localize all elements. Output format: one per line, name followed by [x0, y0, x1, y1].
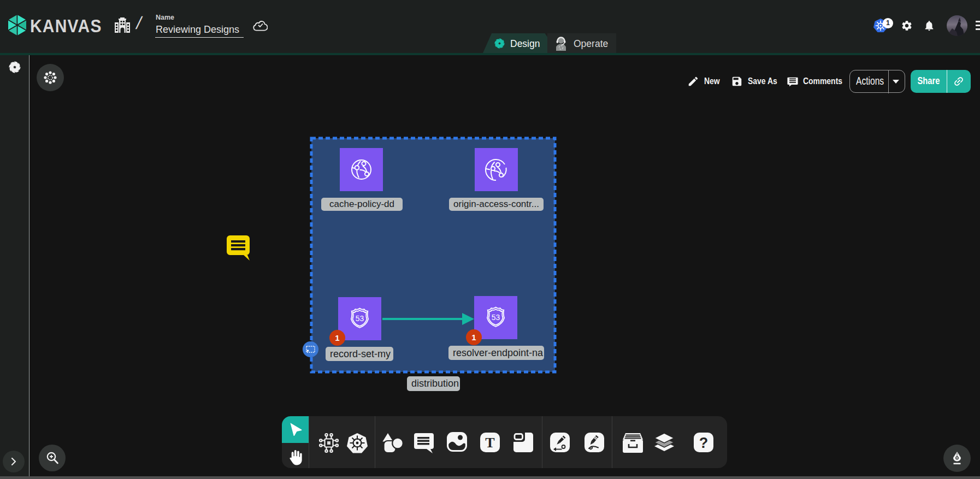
svg-text:T: T	[485, 435, 494, 451]
svg-text:?: ?	[699, 435, 709, 451]
svg-text:53: 53	[356, 314, 364, 323]
svg-text:53: 53	[492, 313, 500, 322]
